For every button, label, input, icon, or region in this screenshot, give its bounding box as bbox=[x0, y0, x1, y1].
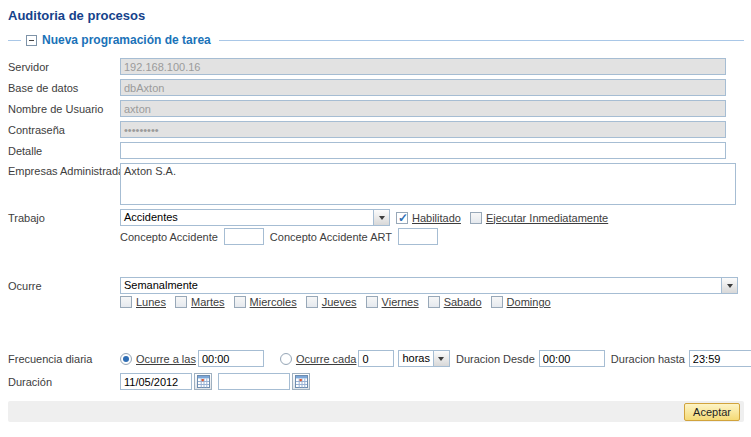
calendar-icon bbox=[197, 375, 210, 388]
detalle-label: Detalle bbox=[8, 145, 120, 157]
domingo-checkbox[interactable] bbox=[491, 296, 503, 308]
servidor-label: Servidor bbox=[8, 61, 120, 73]
concepto-accidente-input[interactable] bbox=[224, 228, 264, 245]
ocurre-selected-value: Semanalmente bbox=[121, 278, 721, 293]
martes-label[interactable]: Martes bbox=[191, 296, 225, 308]
chevron-down-icon[interactable] bbox=[721, 278, 737, 293]
habilitado-checkbox[interactable] bbox=[396, 212, 408, 224]
field-row-empresas: Empresas Administradas Axton S.A. bbox=[8, 163, 744, 205]
field-row-base-datos: Base de datos bbox=[8, 79, 744, 96]
fecha-hasta-calendar-button[interactable] bbox=[292, 373, 310, 390]
chevron-down-icon[interactable] bbox=[373, 210, 389, 225]
contrasena-input bbox=[120, 121, 726, 138]
page-title: Auditoria de procesos bbox=[8, 8, 744, 23]
lunes-checkbox[interactable] bbox=[120, 296, 132, 308]
collapse-icon[interactable] bbox=[26, 35, 37, 46]
miercoles-checkbox[interactable] bbox=[234, 296, 246, 308]
trabajo-selected-value: Accidentes bbox=[121, 210, 373, 225]
field-row-conceptos: Concepto Accidente Concepto Accidente AR… bbox=[8, 228, 744, 245]
duracion-hasta-input[interactable] bbox=[689, 350, 751, 367]
fecha-desde-input[interactable] bbox=[120, 373, 192, 390]
sabado-checkbox[interactable] bbox=[428, 296, 440, 308]
sabado-label[interactable]: Sabado bbox=[444, 296, 482, 308]
domingo-label[interactable]: Domingo bbox=[507, 296, 551, 308]
base-datos-input bbox=[120, 79, 726, 96]
section-title: Nueva programación de tarea bbox=[42, 33, 211, 47]
field-row-frecuencia: Frecuencia diaria Ocurre a las Ocurre ca… bbox=[8, 350, 744, 367]
usuario-label: Nombre de Usuario bbox=[8, 103, 120, 115]
section-header: Nueva programación de tarea bbox=[8, 33, 744, 47]
duracion-label: Duración bbox=[8, 376, 120, 388]
concepto-accidente-art-input[interactable] bbox=[398, 228, 438, 245]
field-row-dias: Lunes Martes Miercoles Jueves Viernes Sa… bbox=[8, 296, 744, 308]
jueves-label[interactable]: Jueves bbox=[322, 296, 357, 308]
concepto-accidente-art-label: Concepto Accidente ART bbox=[270, 231, 392, 243]
habilitado-label[interactable]: Habilitado bbox=[412, 212, 461, 224]
field-row-ocurre: Ocurre Semanalmente bbox=[8, 277, 744, 294]
miercoles-label[interactable]: Miercoles bbox=[250, 296, 297, 308]
ejecutar-inmediatamente-label[interactable]: Ejecutar Inmediatamente bbox=[486, 212, 608, 224]
usuario-input bbox=[120, 100, 726, 117]
unidad-selected-value: horas bbox=[399, 351, 433, 366]
footer-bar: Aceptar bbox=[8, 401, 744, 422]
unidad-select[interactable]: horas bbox=[398, 350, 450, 367]
ocurre-a-las-radio[interactable] bbox=[120, 353, 132, 365]
lunes-label[interactable]: Lunes bbox=[136, 296, 166, 308]
ocurre-label: Ocurre bbox=[8, 280, 120, 292]
chevron-down-icon[interactable] bbox=[433, 351, 449, 366]
page: Auditoria de procesos Nueva programación… bbox=[0, 0, 751, 437]
ocurre-cada-input[interactable] bbox=[358, 350, 394, 367]
field-row-duracion: Duración bbox=[8, 373, 744, 390]
viernes-checkbox[interactable] bbox=[366, 296, 378, 308]
ocurre-select[interactable]: Semanalmente bbox=[120, 277, 738, 294]
jueves-checkbox[interactable] bbox=[306, 296, 318, 308]
divider-line bbox=[8, 40, 21, 41]
trabajo-select[interactable]: Accidentes bbox=[120, 209, 390, 226]
duracion-hasta-label: Duracion hasta bbox=[611, 353, 685, 365]
ejecutar-inmediatamente-checkbox[interactable] bbox=[470, 212, 482, 224]
concepto-accidente-label: Concepto Accidente bbox=[120, 231, 218, 243]
ocurre-cada-label[interactable]: Ocurre cada bbox=[296, 353, 357, 365]
field-row-detalle: Detalle bbox=[8, 142, 744, 159]
servidor-input bbox=[120, 58, 726, 75]
ocurre-a-las-input[interactable] bbox=[198, 350, 264, 367]
field-row-contrasena: Contraseña bbox=[8, 121, 744, 138]
ocurre-a-las-label[interactable]: Ocurre a las bbox=[136, 353, 196, 365]
duracion-desde-input[interactable] bbox=[539, 350, 605, 367]
frecuencia-label: Frecuencia diaria bbox=[8, 353, 120, 365]
viernes-label[interactable]: Viernes bbox=[382, 296, 419, 308]
divider-line bbox=[219, 40, 744, 41]
detalle-input[interactable] bbox=[120, 142, 726, 159]
field-row-usuario: Nombre de Usuario bbox=[8, 100, 744, 117]
base-datos-label: Base de datos bbox=[8, 82, 120, 94]
ocurre-cada-radio[interactable] bbox=[280, 353, 292, 365]
field-row-servidor: Servidor bbox=[8, 58, 744, 75]
empresas-listbox[interactable]: Axton S.A. bbox=[120, 163, 736, 205]
calendar-icon bbox=[295, 375, 308, 388]
trabajo-label: Trabajo bbox=[8, 212, 120, 224]
martes-checkbox[interactable] bbox=[175, 296, 187, 308]
spacer bbox=[8, 249, 744, 277]
duracion-desde-label: Duracion Desde bbox=[456, 353, 535, 365]
fecha-desde-calendar-button[interactable] bbox=[194, 373, 212, 390]
fecha-hasta-input[interactable] bbox=[218, 373, 290, 390]
aceptar-button[interactable]: Aceptar bbox=[684, 403, 740, 421]
empresas-label: Empresas Administradas bbox=[8, 163, 120, 177]
contrasena-label: Contraseña bbox=[8, 124, 120, 136]
field-row-trabajo: Trabajo Accidentes Habilitado Ejecutar I… bbox=[8, 209, 744, 226]
spacer bbox=[8, 312, 744, 350]
